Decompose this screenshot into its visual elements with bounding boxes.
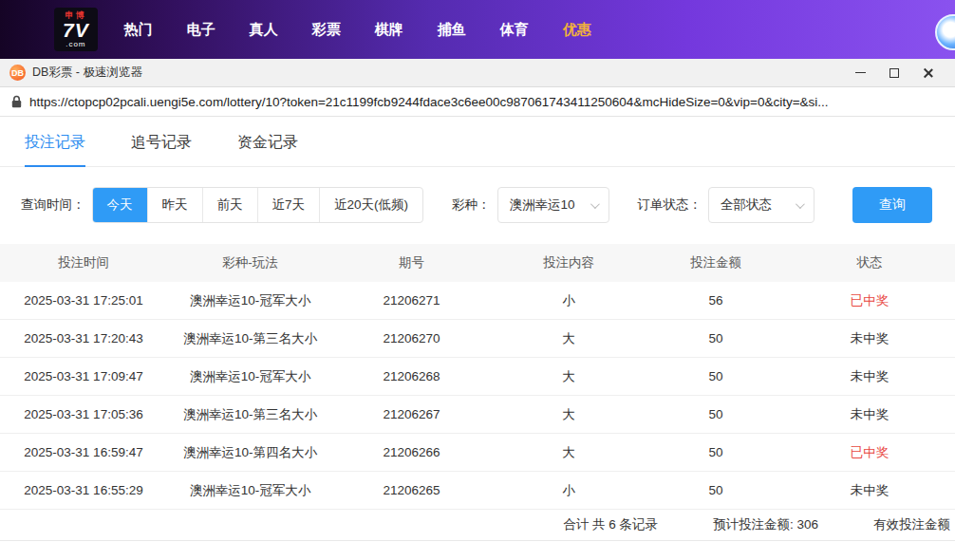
window-controls (843, 60, 946, 86)
status-cell: 未中奖 (784, 482, 955, 499)
expected-amount-text: 预计投注金额: 306 (713, 516, 818, 533)
table-cell: 21206268 (333, 369, 490, 383)
table-cell: 50 (647, 483, 784, 497)
status-cell: 已中奖 (784, 292, 955, 309)
lottery-filter: 彩种： 澳洲幸运10 (452, 187, 609, 223)
time-filter-group: 今天昨天前天近7天近20天(低频) (92, 187, 424, 223)
minimize-button[interactable] (843, 60, 877, 86)
maximize-button[interactable] (877, 60, 911, 86)
table-cell: 2025-03-31 16:59:47 (0, 445, 167, 459)
lottery-select[interactable]: 澳洲幸运10 (497, 187, 609, 223)
nav-item[interactable]: 电子 (187, 21, 215, 39)
nav-item[interactable]: 优惠 (563, 21, 591, 39)
minimize-icon (855, 72, 866, 73)
browser-titlebar: DB DB彩票 - 极速浏览器 (0, 59, 955, 87)
table-header-row: 投注时间彩种-玩法期号投注内容投注金额状态 (0, 244, 955, 282)
ssl-lock-icon (11, 95, 22, 108)
table-cell: 澳洲幸运10-第三名大小 (167, 406, 333, 423)
browser-url-bar: https://ctopcp02pcali.uengi5e.com/lotter… (0, 87, 955, 117)
tab-chase-records[interactable]: 追号记录 (131, 133, 192, 166)
status-cell: 已中奖 (784, 444, 955, 461)
table-cell: 澳洲幸运10-第三名大小 (167, 330, 333, 347)
expected-amount-value: 306 (796, 517, 818, 532)
top-nav-items: 热门电子真人彩票棋牌捕鱼体育优惠 (124, 21, 591, 39)
table-cell: 21206270 (333, 331, 490, 345)
lottery-filter-label: 彩种： (452, 196, 491, 214)
close-button[interactable] (911, 60, 946, 86)
table-cell: 21206265 (333, 483, 490, 497)
logo-text-sub: .com (63, 41, 89, 48)
table-cell: 2025-03-31 16:55:29 (0, 483, 167, 497)
table-cell: 澳洲幸运10-冠军大小 (167, 368, 333, 385)
nav-item[interactable]: 捕鱼 (438, 21, 466, 39)
filter-bar: 查询时间： 今天昨天前天近7天近20天(低频) 彩种： 澳洲幸运10 订单状态：… (21, 187, 955, 223)
table-cell: 2025-03-31 17:09:47 (0, 369, 167, 383)
table-cell: 大 (490, 444, 647, 461)
order-status-value: 全部状态 (721, 196, 772, 214)
status-cell: 未中奖 (784, 406, 955, 423)
browser-app-icon: DB (9, 65, 26, 81)
table-cell: 澳洲幸运10-冠军大小 (167, 292, 333, 309)
table-row: 2025-03-31 17:05:36澳洲幸运10-第三名大小21206267大… (0, 396, 955, 434)
table-cell: 2025-03-31 17:25:01 (0, 293, 167, 308)
table-cell: 50 (647, 445, 784, 459)
table-cell: 大 (490, 330, 647, 347)
time-option[interactable]: 近20天(低频) (320, 188, 422, 222)
order-status-select[interactable]: 全部状态 (708, 187, 815, 223)
nav-item[interactable]: 体育 (500, 21, 529, 39)
site-top-nav: 申博 7V .com 热门电子真人彩票棋牌捕鱼体育优惠 (0, 0, 955, 59)
floating-widget-icon[interactable] (935, 14, 955, 50)
table-cell: 2025-03-31 17:05:36 (0, 407, 167, 421)
table-row: 2025-03-31 16:59:47澳洲幸运10-第四名大小21206266大… (0, 434, 955, 472)
table-cell: 21206267 (333, 407, 490, 421)
table-cell: 21206266 (333, 445, 490, 459)
search-button[interactable]: 查询 (852, 187, 932, 223)
table-cell: 50 (647, 407, 784, 421)
window-title: DB彩票 - 极速浏览器 (32, 65, 843, 81)
nav-item[interactable]: 热门 (124, 21, 153, 39)
summary-footer: 合计 共 6 条记录 预计投注金额: 306 有效投注金额 (0, 510, 955, 541)
table-cell: 大 (490, 368, 647, 385)
table-cell: 澳洲幸运10-第四名大小 (167, 444, 333, 461)
time-filter-label: 查询时间： (21, 196, 85, 214)
tab-fund-records[interactable]: 资金记录 (237, 133, 298, 166)
chevron-down-icon (796, 199, 805, 209)
url-text[interactable]: https://ctopcp02pcali.uengi5e.com/lotter… (29, 95, 944, 109)
column-header: 期号 (333, 254, 490, 271)
nav-item[interactable]: 棋牌 (375, 21, 403, 39)
expected-amount-label: 预计投注金额: (713, 517, 794, 532)
table-cell: 2025-03-31 17:20:43 (0, 331, 167, 345)
chevron-down-icon (590, 199, 600, 209)
logo-text-main: 7V (63, 20, 89, 41)
status-cell: 未中奖 (784, 368, 955, 385)
tab-bet-records[interactable]: 投注记录 (25, 133, 85, 167)
bet-records-table: 投注时间彩种-玩法期号投注内容投注金额状态 2025-03-31 17:25:0… (0, 244, 955, 510)
column-header: 彩种-玩法 (167, 254, 333, 271)
table-cell: 21206271 (333, 293, 490, 308)
table-body: 2025-03-31 17:25:01澳洲幸运10-冠军大小21206271小5… (0, 282, 955, 510)
table-cell: 大 (490, 406, 647, 423)
nav-item[interactable]: 真人 (250, 21, 278, 39)
maximize-icon (889, 68, 899, 78)
valid-amount-label: 有效投注金额 (873, 516, 950, 533)
column-header: 投注内容 (490, 254, 647, 271)
time-option[interactable]: 近7天 (258, 188, 321, 222)
table-cell: 小 (490, 292, 647, 309)
column-header: 状态 (784, 254, 955, 271)
total-records-text: 合计 共 6 条记录 (563, 516, 658, 533)
table-row: 2025-03-31 17:09:47澳洲幸运10-冠军大小21206268大5… (0, 358, 955, 396)
record-tabs: 投注记录 追号记录 资金记录 (0, 117, 955, 167)
time-option[interactable]: 前天 (203, 188, 258, 222)
site-logo[interactable]: 申博 7V .com (54, 8, 98, 52)
time-option[interactable]: 昨天 (148, 188, 203, 222)
close-icon (923, 67, 934, 79)
nav-item[interactable]: 彩票 (312, 21, 341, 39)
column-header: 投注金额 (647, 254, 784, 271)
table-cell: 50 (647, 331, 784, 345)
status-cell: 未中奖 (784, 330, 955, 347)
table-cell: 澳洲幸运10-冠军大小 (167, 482, 333, 499)
table-row: 2025-03-31 17:20:43澳洲幸运10-第三名大小21206270大… (0, 320, 955, 358)
order-status-filter: 订单状态： 全部状态 (638, 187, 815, 223)
time-option[interactable]: 今天 (93, 188, 148, 222)
table-cell: 50 (647, 369, 784, 383)
